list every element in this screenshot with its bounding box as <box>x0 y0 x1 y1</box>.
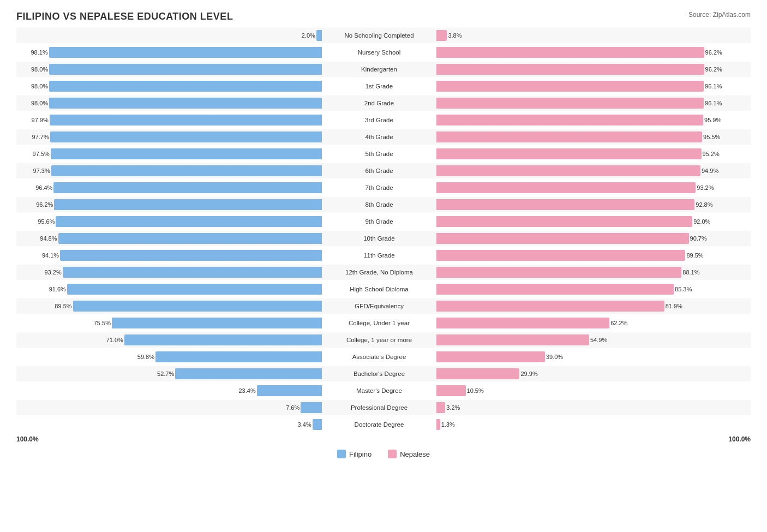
bar-right-container: 29.9% <box>436 368 742 379</box>
label-left-value: 71.0% <box>103 337 123 343</box>
bar-right-container: 95.5% <box>436 131 742 142</box>
bar-right-container: 92.8% <box>436 199 742 210</box>
label-left-value: 94.8% <box>37 235 57 242</box>
center-label: 6th Grade <box>322 168 436 174</box>
label-left-value: 96.2% <box>32 201 53 208</box>
center-label: 7th Grade <box>322 184 436 191</box>
label-left-value: 91.6% <box>45 286 66 292</box>
legend-nepalese: Nepalese <box>388 450 430 458</box>
label-right-value: 95.9% <box>704 117 725 123</box>
label-left-value: 98.0% <box>27 100 48 106</box>
legend-filipino-box <box>337 450 346 458</box>
label-right-value: 88.1% <box>682 269 703 276</box>
bar-left-container: 75.5% <box>16 318 322 328</box>
bar-right: 92.0% <box>436 216 692 227</box>
bar-right: 29.9% <box>436 368 519 379</box>
label-right-value: 62.2% <box>610 320 631 326</box>
bar-left-container: 3.4% <box>16 419 322 430</box>
bar-left-container: 97.5% <box>16 148 322 159</box>
label-left-value: 94.1% <box>38 252 59 259</box>
bar-left: 96.4% <box>53 182 322 193</box>
center-label: 10th Grade <box>322 235 436 242</box>
chart-row: 98.0% Kindergarten 96.2% <box>16 62 751 77</box>
center-label: 11th Grade <box>322 252 436 259</box>
label-right-value: 89.5% <box>686 252 707 259</box>
chart-row: 75.5% College, Under 1 year 62.2% <box>16 315 751 331</box>
bar-right: 95.5% <box>436 131 702 142</box>
center-label: 2nd Grade <box>322 100 436 106</box>
chart-row: 96.4% 7th Grade 93.2% <box>16 180 751 195</box>
label-left-value: 93.2% <box>41 269 62 276</box>
bar-left-container: 97.3% <box>16 165 322 176</box>
center-label: Associate's Degree <box>322 354 436 360</box>
bar-left-container: 98.0% <box>16 81 322 92</box>
bar-left-container: 96.4% <box>16 182 322 193</box>
bar-left: 98.0% <box>49 64 322 75</box>
bar-right-container: 94.9% <box>436 165 742 176</box>
center-label: Nursery School <box>322 49 436 56</box>
bar-left-container: 2.0% <box>16 30 322 41</box>
bar-left: 3.4% <box>313 419 322 430</box>
chart-row: 7.6% Professional Degree 3.2% <box>16 400 751 415</box>
label-right-value: 96.2% <box>705 49 726 56</box>
chart-row: 97.5% 5th Grade 95.2% <box>16 146 751 162</box>
label-right-value: 29.9% <box>520 370 541 377</box>
bar-right-container: 90.7% <box>436 233 742 244</box>
legend-nepalese-box <box>388 450 397 458</box>
legend-filipino: Filipino <box>337 450 371 458</box>
bar-right-container: 96.2% <box>436 47 742 58</box>
bar-left: 98.0% <box>49 98 322 109</box>
label-right-value: 96.1% <box>705 100 726 106</box>
label-right-value: 90.7% <box>690 235 711 242</box>
bar-right: 96.1% <box>436 98 704 109</box>
bar-right-container: 93.2% <box>436 182 742 193</box>
bar-right-container: 85.3% <box>436 284 742 295</box>
bar-right-container: 62.2% <box>436 318 742 328</box>
label-left-value: 98.0% <box>27 66 48 73</box>
bar-left: 95.6% <box>56 216 322 227</box>
bar-left: 97.3% <box>51 165 322 176</box>
label-left-value: 75.5% <box>90 320 111 326</box>
bar-left-container: 98.0% <box>16 64 322 75</box>
bar-left: 98.0% <box>49 81 322 92</box>
bar-right: 62.2% <box>436 318 609 328</box>
label-left-value: 98.0% <box>27 83 48 89</box>
bar-left-container: 89.5% <box>16 301 322 312</box>
label-left-value: 97.9% <box>28 117 49 123</box>
center-label: 4th Grade <box>322 134 436 140</box>
bar-left: 96.2% <box>54 199 322 210</box>
bar-left: 94.8% <box>58 233 322 244</box>
label-right-value: 92.0% <box>693 218 714 225</box>
bar-right-container: 89.5% <box>436 250 742 261</box>
chart-row: 3.4% Doctorate Degree 1.3% <box>16 417 751 432</box>
bar-left-container: 91.6% <box>16 284 322 295</box>
axis-left-label: 100.0% <box>16 435 39 443</box>
label-right-value: 92.8% <box>696 201 716 208</box>
bar-right-container: 96.1% <box>436 81 742 92</box>
label-right-value: 95.2% <box>703 151 723 157</box>
bar-right: 92.8% <box>436 199 694 210</box>
bar-right-container: 95.2% <box>436 148 742 159</box>
chart-row: 94.1% 11th Grade 89.5% <box>16 248 751 263</box>
label-left-value: 52.7% <box>153 370 174 377</box>
center-label: Professional Degree <box>322 404 436 411</box>
label-right-value: 94.9% <box>702 168 722 174</box>
center-label: No Schooling Completed <box>322 32 436 39</box>
label-right-value: 54.9% <box>590 337 611 343</box>
legend-filipino-label: Filipino <box>349 450 371 458</box>
bar-left: 75.5% <box>112 318 322 328</box>
label-left-value: 98.1% <box>27 49 48 56</box>
center-label: GED/Equivalency <box>322 303 436 309</box>
chart-row: 95.6% 9th Grade 92.0% <box>16 214 751 229</box>
bar-right: 96.1% <box>436 81 704 92</box>
bar-left-container: 94.8% <box>16 233 322 244</box>
chart-row: 98.0% 1st Grade 96.1% <box>16 79 751 94</box>
label-right-value: 10.5% <box>467 387 488 394</box>
bar-right: 95.2% <box>436 148 702 159</box>
bar-right: 93.2% <box>436 182 696 193</box>
bar-left: 97.7% <box>50 131 322 142</box>
chart-row: 98.1% Nursery School 96.2% <box>16 45 751 60</box>
bar-right: 54.9% <box>436 334 589 345</box>
chart-row: 97.9% 3rd Grade 95.9% <box>16 112 751 128</box>
bar-left-container: 52.7% <box>16 368 322 379</box>
